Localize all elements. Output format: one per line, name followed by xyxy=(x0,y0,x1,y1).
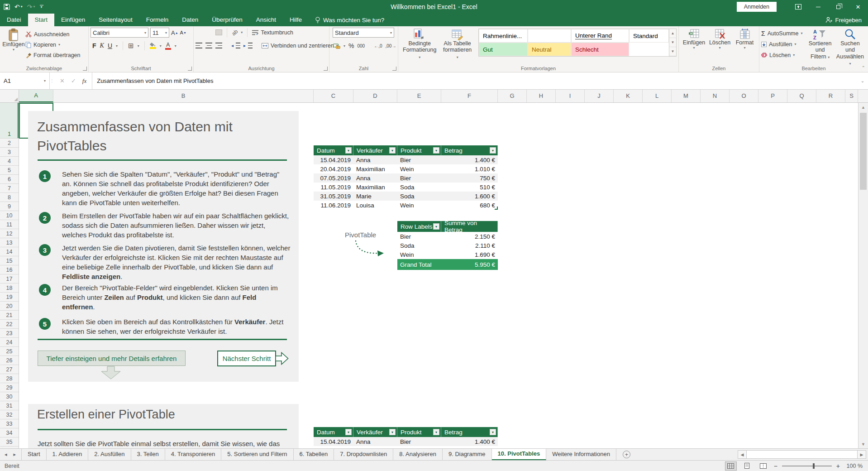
table-header-Betrag[interactable]: Betrag▼ xyxy=(441,145,498,155)
zoom-slider-thumb[interactable] xyxy=(813,463,815,469)
table-cell[interactable]: Louisa xyxy=(353,201,397,210)
table-cell[interactable]: 07.05.2019 xyxy=(314,173,353,183)
table-header-Datum[interactable]: Datum▼ xyxy=(314,427,353,437)
row-header-20[interactable]: 20 xyxy=(0,302,19,311)
table-cell[interactable]: Maximilian xyxy=(353,164,397,173)
name-box[interactable]: A1▾ xyxy=(0,72,50,89)
accounting-dropdown-icon[interactable]: ▾ xyxy=(343,44,345,48)
sheet-tab-10. PivotTables[interactable]: 10. PivotTables xyxy=(492,449,547,460)
table-cell[interactable]: Soda xyxy=(397,183,441,192)
row-header-7[interactable]: 7 xyxy=(0,184,19,193)
sheet-tab-Weitere Informationen[interactable]: Weitere Informationen xyxy=(546,449,616,460)
vertical-scroll-thumb[interactable] xyxy=(860,113,867,190)
alignment-dialog-launcher-icon[interactable] xyxy=(324,67,328,71)
italic-button[interactable]: K xyxy=(100,42,104,49)
minimize-button[interactable] xyxy=(808,0,828,14)
table-header-Produkt[interactable]: Produkt▼ xyxy=(397,427,441,437)
insert-function-icon[interactable]: fx xyxy=(82,77,86,85)
table-cell[interactable]: 750 € xyxy=(441,173,498,183)
column-header-G[interactable]: G xyxy=(498,90,527,102)
column-header-B[interactable]: B xyxy=(53,90,314,102)
ribbon-tab-Seitenlayout[interactable]: Seitenlayout xyxy=(92,14,139,26)
table-header-Datum[interactable]: Datum▼ xyxy=(314,145,353,155)
cell-style-blank[interactable] xyxy=(528,29,571,43)
sheet-tab-6. Tabellen[interactable]: 6. Tabellen xyxy=(294,449,334,460)
row-header-25[interactable]: 25 xyxy=(0,347,19,356)
table-cell[interactable]: 680 € xyxy=(441,201,498,210)
tell-me-box[interactable]: Was möchten Sie tun? xyxy=(309,14,391,26)
table-cell[interactable]: Bier xyxy=(397,437,441,446)
font-size-select[interactable]: 11▾ xyxy=(150,28,169,38)
pivot-total-value[interactable]: 5.950 € xyxy=(441,259,498,270)
sheet-tab-1. Addieren[interactable]: 1. Addieren xyxy=(47,449,89,460)
orientation-button[interactable]: ab xyxy=(230,28,239,37)
row-header-34[interactable]: 34 xyxy=(0,428,19,437)
underline-button[interactable]: U xyxy=(108,42,112,49)
row-header-2[interactable]: 2 xyxy=(0,139,19,148)
align-bottom-icon[interactable] xyxy=(215,29,222,35)
row-header-24[interactable]: 24 xyxy=(0,338,19,347)
select-all-corner[interactable]: ◢ xyxy=(0,90,19,102)
sheet-tab-4. Transponieren[interactable]: 4. Transponieren xyxy=(165,449,222,460)
pivot-header-Summe von Betrag[interactable]: Summe von Betrag xyxy=(441,221,498,232)
sheet-nav-left-icon[interactable]: ◂ xyxy=(5,452,7,457)
filter-icon[interactable]: ▼ xyxy=(433,223,439,230)
table-cell[interactable]: Anna xyxy=(353,437,397,446)
column-header-Q[interactable]: Q xyxy=(787,90,816,102)
pivot-cell[interactable]: 1.690 € xyxy=(441,250,498,259)
close-button[interactable]: ✕ xyxy=(848,0,868,14)
orientation-dropdown-icon[interactable]: ▾ xyxy=(241,30,243,34)
row-header-4[interactable]: 4 xyxy=(0,157,19,166)
formula-input[interactable]: Zusammenfassen von Daten mit PivotTables xyxy=(92,72,857,89)
shrink-font-button[interactable]: A▼ xyxy=(180,30,186,35)
row-header-22[interactable]: 22 xyxy=(0,320,19,329)
gallery-scroll-down-icon[interactable]: ▼ xyxy=(669,38,676,47)
column-header-R[interactable]: R xyxy=(816,90,845,102)
zoom-slider[interactable] xyxy=(782,466,832,466)
sign-in-button[interactable]: Anmelden xyxy=(737,2,777,12)
enter-icon[interactable]: ✓ xyxy=(71,77,76,84)
sheet-tab-5. Sortieren und Filtern[interactable]: 5. Sortieren und Filtern xyxy=(221,449,293,460)
pivot-header-Row Labels[interactable]: Row Labels▼ xyxy=(397,221,441,232)
restore-button[interactable] xyxy=(828,0,848,14)
cancel-icon[interactable]: ✕ xyxy=(60,77,65,84)
filter-icon[interactable]: ▼ xyxy=(433,429,439,435)
sheet-tab-Start[interactable]: Start xyxy=(21,449,46,460)
expand-formula-bar-icon[interactable]: ⌄ xyxy=(857,72,868,89)
table-header-Betrag[interactable]: Betrag▼ xyxy=(441,427,498,437)
row-header-8[interactable]: 8 xyxy=(0,193,19,202)
table-header-Verkäufer[interactable]: Verkäufer▼ xyxy=(353,145,397,155)
row-header-9[interactable]: 9 xyxy=(0,202,19,211)
column-header-H[interactable]: H xyxy=(527,90,556,102)
number-dialog-launcher-icon[interactable] xyxy=(392,67,396,71)
insert-cells-button[interactable]: Einfügen▾ xyxy=(681,28,707,51)
table-cell[interactable]: Soda xyxy=(397,192,441,201)
sheet-tab-9. Diagramme[interactable]: 9. Diagramme xyxy=(443,449,492,460)
pivot-cell[interactable]: 2.150 € xyxy=(441,232,498,241)
font-dialog-launcher-icon[interactable] xyxy=(188,67,192,71)
sheet-tab-8. Analysieren[interactable]: 8. Analysieren xyxy=(393,449,443,460)
borders-button[interactable]: ⊞ xyxy=(128,42,134,50)
pivot-cell[interactable]: Wein xyxy=(397,250,441,259)
table-cell[interactable]: 15.04.2019 xyxy=(314,155,353,164)
row-header-14[interactable]: 14 xyxy=(0,247,19,256)
gallery-scroll-up-icon[interactable]: ▲ xyxy=(669,29,676,38)
align-top-icon[interactable] xyxy=(196,29,202,35)
table-cell[interactable]: Wein xyxy=(397,164,441,173)
column-header-D[interactable]: D xyxy=(353,90,397,102)
pivot-total-label[interactable]: Grand Total xyxy=(397,259,441,270)
ribbon-tab-Ansicht[interactable]: Ansicht xyxy=(249,14,283,26)
table-cell[interactable]: Anna xyxy=(353,155,397,164)
zoom-level[interactable]: 100 % xyxy=(844,463,863,469)
column-header-N[interactable]: N xyxy=(701,90,730,102)
percent-style-icon[interactable]: % xyxy=(348,42,354,49)
column-header-M[interactable]: M xyxy=(672,90,701,102)
paste-button[interactable]: Einfügen▾ xyxy=(2,28,25,60)
row-header-10[interactable]: 10 xyxy=(0,211,19,220)
conditional-formatting-button[interactable]: ≠ Bedingte Formatierung ▾ xyxy=(400,28,439,61)
worksheet-grid[interactable]: 1234567891011121314151617181920212223242… xyxy=(0,103,868,448)
scroll-down-icon[interactable]: ▼ xyxy=(858,440,868,448)
filter-icon[interactable]: ▼ xyxy=(389,147,396,154)
column-header-L[interactable]: L xyxy=(643,90,672,102)
cut-button[interactable]: Ausschneiden xyxy=(25,29,81,39)
